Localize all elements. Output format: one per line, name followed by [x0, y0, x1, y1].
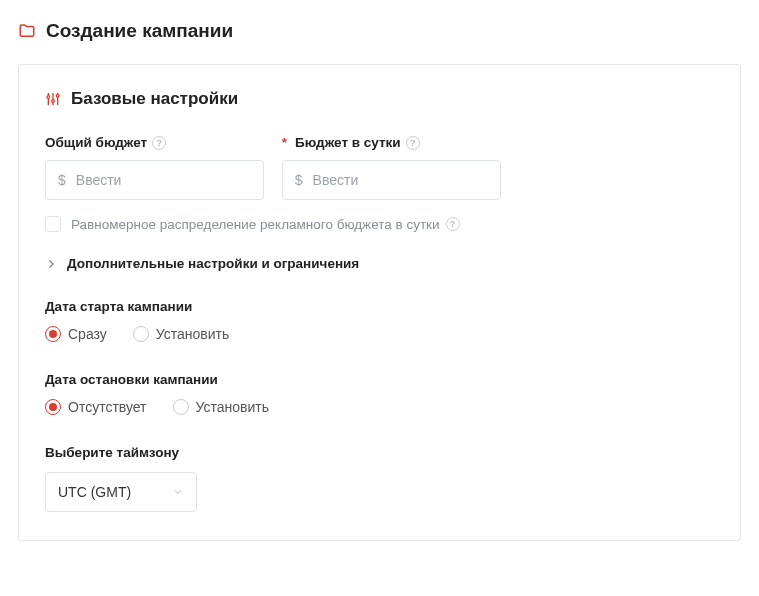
total-budget-input-wrap[interactable]: $	[45, 160, 264, 200]
chevron-right-icon	[45, 258, 57, 270]
radio-label: Установить	[196, 399, 269, 415]
daily-budget-field: * Бюджет в сутки ? $	[282, 135, 501, 200]
section-header: Базовые настройки	[45, 89, 714, 109]
total-budget-field: Общий бюджет ? $	[45, 135, 264, 200]
page-header: Создание кампании	[18, 20, 741, 42]
chevron-down-icon	[172, 486, 184, 498]
sliders-icon	[45, 91, 61, 107]
even-distribution-checkbox[interactable]	[45, 216, 61, 232]
radio-label: Отсутствует	[68, 399, 147, 415]
radio-label: Сразу	[68, 326, 107, 342]
folder-icon	[18, 22, 36, 40]
help-icon[interactable]: ?	[152, 136, 166, 150]
radio-icon	[133, 326, 149, 342]
stop-date-option-none[interactable]: Отсутствует	[45, 399, 147, 415]
basic-settings-card: Базовые настройки Общий бюджет ? $ * Бюд…	[18, 64, 741, 541]
help-icon[interactable]: ?	[446, 217, 460, 231]
even-distribution-label: Равномерное распределение рекламного бюд…	[71, 217, 460, 232]
currency-icon: $	[295, 172, 303, 188]
radio-icon	[45, 326, 61, 342]
even-distribution-row[interactable]: Равномерное распределение рекламного бюд…	[45, 216, 714, 232]
stop-date-label: Дата остановки кампании	[45, 372, 714, 387]
timezone-select[interactable]: UTC (GMT)	[45, 472, 197, 512]
currency-icon: $	[58, 172, 66, 188]
stop-date-option-set[interactable]: Установить	[173, 399, 269, 415]
daily-budget-input-wrap[interactable]: $	[282, 160, 501, 200]
start-date-group: Дата старта кампании Сразу Установить	[45, 299, 714, 342]
total-budget-label: Общий бюджет ?	[45, 135, 264, 150]
radio-label: Установить	[156, 326, 229, 342]
start-date-option-set[interactable]: Установить	[133, 326, 229, 342]
daily-budget-input[interactable]	[313, 172, 488, 188]
total-budget-input[interactable]	[76, 172, 251, 188]
svg-point-3	[47, 96, 50, 99]
radio-icon	[173, 399, 189, 415]
required-mark: *	[282, 135, 287, 150]
radio-icon	[45, 399, 61, 415]
page-title: Создание кампании	[46, 20, 233, 42]
start-date-option-now[interactable]: Сразу	[45, 326, 107, 342]
timezone-value: UTC (GMT)	[58, 484, 131, 500]
daily-budget-label: * Бюджет в сутки ?	[282, 135, 501, 150]
section-title: Базовые настройки	[71, 89, 238, 109]
start-date-label: Дата старта кампании	[45, 299, 714, 314]
help-icon[interactable]: ?	[406, 136, 420, 150]
additional-settings-label: Дополнительные настройки и ограничения	[67, 256, 359, 271]
timezone-label: Выберите таймзону	[45, 445, 714, 460]
additional-settings-expander[interactable]: Дополнительные настройки и ограничения	[45, 256, 714, 271]
svg-point-4	[52, 100, 55, 103]
stop-date-group: Дата остановки кампании Отсутствует Уста…	[45, 372, 714, 415]
timezone-group: Выберите таймзону UTC (GMT)	[45, 445, 714, 512]
svg-point-5	[56, 94, 59, 97]
